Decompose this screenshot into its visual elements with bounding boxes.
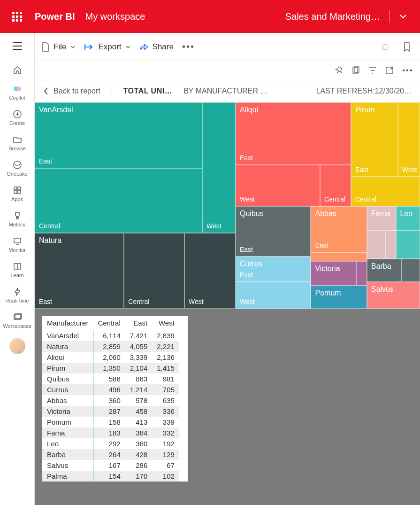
treemap-mfr-label: Leo [400, 210, 413, 218]
table-row[interactable]: VanArsdel6,1147,4212,839 [42, 330, 179, 342]
table-cell: Natura [42, 341, 93, 352]
treemap-mfr-label: Currus [240, 260, 262, 268]
table-row[interactable]: Victoria287458336 [42, 406, 179, 417]
treemap-cell[interactable] [356, 261, 367, 286]
treemap-cell[interactable]: Central [35, 168, 202, 233]
table-header[interactable]: Central [93, 316, 125, 330]
app-header: Power BI My workspace Sales and Marketin… [0, 0, 420, 33]
refresh-icon[interactable] [379, 40, 392, 54]
share-button[interactable]: Share [139, 42, 174, 52]
nav-create[interactable]: Create [2, 105, 33, 130]
table-cell: Currus [42, 384, 93, 395]
workspace-name[interactable]: My workspace [85, 11, 145, 22]
bookmark-icon[interactable] [400, 40, 413, 54]
treemap-cell[interactable]: AliquiEast [236, 102, 351, 165]
table-row[interactable]: Pomum158413339 [42, 417, 179, 427]
nav-workspaces[interactable]: Workspaces [2, 308, 33, 333]
crumb-total[interactable]: TOTAL UNI… [123, 87, 173, 95]
report-dropdown-icon[interactable] [399, 13, 407, 20]
table-row[interactable]: Palma154170102 [42, 471, 179, 482]
table-row[interactable]: Currus4961,214705 [42, 384, 179, 395]
pin-icon[interactable] [335, 66, 343, 75]
treemap-cell[interactable] [385, 231, 396, 259]
table-visual[interactable]: ManufacturerCentralEastWest VanArsdel6,1… [42, 316, 188, 482]
back-to-report-button[interactable]: Back to report [43, 87, 100, 95]
treemap-mfr-label: Aliqui [240, 106, 258, 114]
copy-icon[interactable] [351, 66, 360, 75]
more-icon[interactable]: ••• [402, 66, 413, 75]
bolt-icon [12, 287, 23, 297]
user-avatar[interactable] [9, 338, 25, 354]
file-menu-button[interactable]: File [41, 42, 76, 52]
table-row[interactable]: Natura2,8594,0552,221 [42, 341, 179, 352]
table-header[interactable]: East [125, 316, 153, 330]
treemap-visual[interactable]: VanArsdelEastCentralWestNaturaEastCentra… [35, 102, 420, 309]
hamburger-icon[interactable] [8, 37, 27, 55]
table-container: ManufacturerCentralEastWest VanArsdel6,1… [35, 309, 420, 505]
more-options-icon[interactable]: ••• [182, 41, 195, 52]
treemap-cell[interactable]: AbbasEast [311, 206, 367, 252]
table-cell: 863 [125, 373, 153, 384]
treemap-cell[interactable]: West [202, 102, 236, 233]
treemap-cell[interactable]: Fama [367, 206, 396, 231]
treemap-mfr-label: Fama [371, 210, 390, 218]
treemap-cell[interactable]: West [184, 233, 236, 309]
treemap-cell[interactable]: Central [320, 165, 351, 206]
treemap-cell[interactable]: PirumEast [351, 102, 398, 177]
share-icon [139, 43, 149, 51]
nav-browse[interactable]: Browse [2, 131, 33, 155]
table-cell: 635 [152, 395, 179, 406]
table-row[interactable]: Abbas360578635 [42, 395, 179, 406]
treemap-cell[interactable]: Leo [396, 206, 420, 231]
app-launcher-icon[interactable] [8, 7, 26, 26]
copilot-icon [12, 84, 23, 94]
table-cell: 292 [93, 438, 125, 449]
table-header[interactable]: Manufacturer [42, 316, 93, 330]
table-header[interactable]: West [152, 316, 179, 330]
treemap-cell[interactable]: West [236, 282, 311, 309]
table-row[interactable]: Pirum1,3502,1041,415 [42, 363, 179, 373]
treemap-cell[interactable]: Barba [367, 259, 402, 282]
header-divider [389, 10, 390, 23]
treemap-cell[interactable]: Victoria [311, 261, 356, 286]
export-menu-button[interactable]: Export [84, 42, 130, 52]
treemap-cell[interactable]: NaturaEast [35, 233, 124, 309]
report-title[interactable]: Sales and Marketing… [285, 11, 380, 22]
table-row[interactable]: Salvus16728667 [42, 460, 179, 471]
treemap-cell[interactable] [402, 259, 420, 282]
nav-home[interactable] [2, 61, 33, 79]
table-row[interactable]: Barba264428129 [42, 449, 179, 460]
table-cell: 2,221 [152, 341, 179, 352]
filter-icon[interactable] [368, 66, 377, 75]
treemap-cell[interactable]: Central [351, 177, 420, 206]
treemap-cell[interactable]: West [236, 165, 320, 206]
table-row[interactable]: Aliqui2,0603,3392,136 [42, 352, 179, 363]
nav-metrics[interactable]: Metrics [2, 207, 33, 231]
table-row[interactable]: Quibus586863981 [42, 373, 179, 384]
treemap-cell[interactable]: QuibusEast [236, 206, 311, 256]
treemap-cell[interactable]: Pomum [311, 286, 367, 309]
nav-onelake[interactable]: OneLake [2, 156, 33, 180]
treemap-cell[interactable]: VanArsdelEast [35, 102, 202, 168]
nav-copilot[interactable]: Copilot [2, 80, 33, 104]
treemap-cell[interactable]: West [398, 102, 420, 177]
nav-learn[interactable]: Learn [2, 257, 33, 282]
table-row[interactable]: Leo292360192 [42, 438, 179, 449]
brand-label[interactable]: Power BI [35, 11, 75, 22]
treemap-cell[interactable]: Central [124, 233, 184, 309]
nav-monitor[interactable]: Monitor [2, 232, 33, 256]
crumb-by-manufacturer[interactable]: BY MANUFACTURER … [183, 87, 267, 95]
treemap-cell[interactable] [396, 231, 420, 259]
focus-mode-icon[interactable] [385, 66, 394, 75]
nav-apps[interactable]: Apps [2, 181, 33, 206]
treemap-cell[interactable] [311, 252, 367, 261]
visual-toolbar: ••• [35, 61, 420, 80]
treemap-cell[interactable]: CurrusEast [236, 256, 311, 282]
table-row[interactable]: Fama183384332 [42, 427, 179, 438]
treemap-cell[interactable] [367, 231, 385, 259]
export-icon [84, 43, 94, 51]
nav-realtime[interactable]: Real-Time [2, 283, 33, 307]
treemap-mfr-label: Victoria [315, 264, 340, 273]
nav-label: Monitor [8, 247, 26, 253]
treemap-cell[interactable]: Salvus [367, 282, 420, 309]
